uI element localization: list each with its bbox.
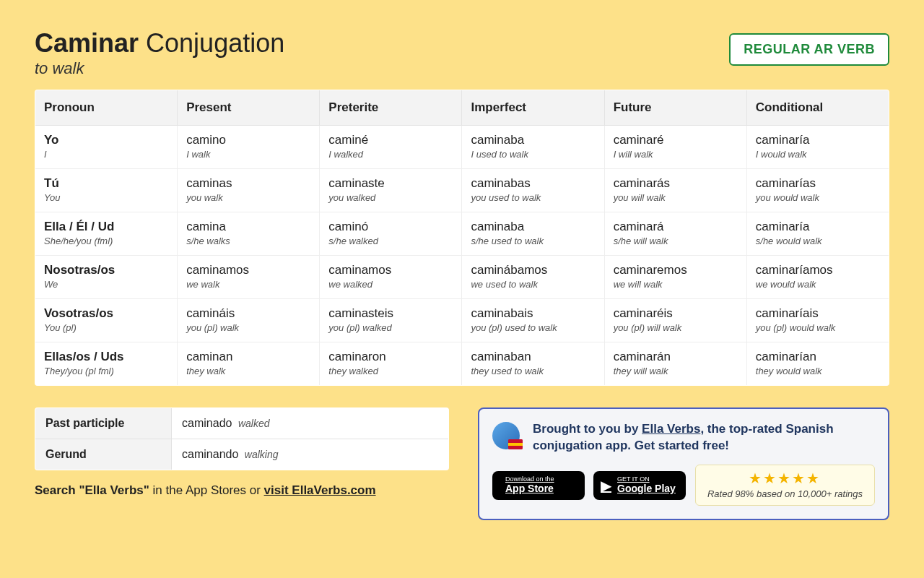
globe-icon xyxy=(492,420,523,451)
table-row: TúYoucaminasyou walkcaminasteyou walkedc… xyxy=(35,168,889,212)
pronoun-cell: TúYou xyxy=(35,168,178,212)
table-row: Ellas/os / UdsThey/you (pl fml)caminanth… xyxy=(35,342,889,385)
conjugation-cell: caminoI walk xyxy=(178,125,320,168)
play-big: Google Play xyxy=(617,483,676,494)
column-header: Present xyxy=(178,90,320,125)
conjugation-cell: caminarías/he would walk xyxy=(746,212,889,255)
conjugation-cell: caminamoswe walked xyxy=(320,255,462,298)
pronoun-cell: YoI xyxy=(35,125,178,168)
conjugation-cell: caminarás/he will walk xyxy=(604,212,746,255)
conjugation-cell: caminaríasyou would walk xyxy=(746,168,889,212)
verb-type-badge: REGULAR AR VERB xyxy=(729,33,889,66)
conjugation-cell: caminabasyou used to walk xyxy=(462,168,604,212)
app-store-button[interactable]: Download on the App Store xyxy=(492,471,585,500)
conjugation-cell: caminas/he walks xyxy=(178,212,320,255)
conjugation-cell: caminaríaI would walk xyxy=(746,125,889,168)
promo-bottom: Download on the App Store ▶ GET IT ON Go… xyxy=(492,465,875,506)
promo-text: Brought to you by Ella Verbs, the top-ra… xyxy=(533,420,875,455)
pronoun-cell: Ella / Él / UdShe/he/you (fml) xyxy=(35,212,178,255)
past-participle-sp: caminado xyxy=(182,417,232,429)
bottom-row: Past participle caminado walked Gerund c… xyxy=(35,407,889,521)
search-line: Search "Ella Verbs" in the App Stores or… xyxy=(35,483,449,498)
participle-table: Past participle caminado walked Gerund c… xyxy=(35,407,449,470)
appstore-small: Download on the xyxy=(505,475,554,483)
conjugation-cell: caminarásyou will walk xyxy=(604,168,746,212)
appstore-big: App Store xyxy=(505,483,554,494)
conjugation-cell: caminaríamoswe would walk xyxy=(746,255,889,298)
conjugation-cell: caminasyou walk xyxy=(178,168,320,212)
visit-link[interactable]: visit EllaVerbs.com xyxy=(264,483,376,497)
conjugation-cell: caminasteisyou (pl) walked xyxy=(320,298,462,342)
conjugation-cell: caminanthey walk xyxy=(178,342,320,385)
pronoun-cell: Vosotras/osYou (pl) xyxy=(35,298,178,342)
conjugation-cell: caminamoswe walk xyxy=(178,255,320,298)
column-header: Pronoun xyxy=(35,90,178,125)
table-row: Vosotras/osYou (pl)camináisyou (pl) walk… xyxy=(35,298,889,342)
conjugation-cell: caminasteyou walked xyxy=(320,168,462,212)
left-column: Past participle caminado walked Gerund c… xyxy=(35,407,449,521)
gerund-label: Gerund xyxy=(35,439,172,470)
rating-text: Rated 98% based on 10,000+ ratings xyxy=(707,488,863,499)
ella-verbs-link[interactable]: Ella Verbs xyxy=(642,422,700,436)
gerund-sp: caminando xyxy=(182,448,238,460)
google-play-button[interactable]: ▶ GET IT ON Google Play xyxy=(593,471,686,500)
conjugation-cell: caminaréisyou (pl) will walk xyxy=(604,298,746,342)
promo-prefix: Brought to you by xyxy=(533,422,642,436)
conjugation-cell: caminabanthey used to walk xyxy=(462,342,604,385)
play-icon: ▶ xyxy=(601,478,611,493)
promo-box: Brought to you by Ella Verbs, the top-ra… xyxy=(478,407,889,521)
table-row: Nosotras/osWecaminamoswe walkcaminamoswe… xyxy=(35,255,889,298)
conjugation-cell: caminaronthey walked xyxy=(320,342,462,385)
conjugation-cell: caminaríanthey would walk xyxy=(746,342,889,385)
conjugation-cell: caminós/he walked xyxy=(320,212,462,255)
table-row: YoIcaminoI walkcaminéI walkedcaminabaI u… xyxy=(35,125,889,168)
page-title: Caminar Conjugation xyxy=(35,29,284,58)
verb-name: Caminar xyxy=(35,28,139,58)
column-header: Preterite xyxy=(320,90,462,125)
conjugation-cell: caminabaI used to walk xyxy=(462,125,604,168)
rating-box: ★★★★★ Rated 98% based on 10,000+ ratings xyxy=(695,465,875,506)
conjugation-cell: caminaríaisyou (pl) would walk xyxy=(746,298,889,342)
column-header: Future xyxy=(604,90,746,125)
verb-translation: to walk xyxy=(35,59,284,78)
past-participle-en: walked xyxy=(238,418,270,429)
gerund-en: walking xyxy=(245,449,279,460)
column-header: Imperfect xyxy=(462,90,604,125)
play-small: GET IT ON xyxy=(617,475,650,483)
conjugation-cell: caminéI walked xyxy=(320,125,462,168)
conjugation-cell: caminaremoswe will walk xyxy=(604,255,746,298)
title-suffix: Conjugation xyxy=(146,28,284,58)
search-middle: in the App Stores or xyxy=(149,483,264,497)
conjugation-cell: caminabas/he used to walk xyxy=(462,212,604,255)
conjugation-table: PronounPresentPreteriteImperfectFutureCo… xyxy=(35,90,889,386)
table-row: Ella / Él / UdShe/he/you (fml)caminas/he… xyxy=(35,212,889,255)
conjugation-cell: camináisyou (pl) walk xyxy=(178,298,320,342)
promo-top: Brought to you by Ella Verbs, the top-ra… xyxy=(492,420,875,455)
pronoun-cell: Nosotras/osWe xyxy=(35,255,178,298)
past-participle-value: caminado walked xyxy=(172,407,449,439)
past-participle-label: Past participle xyxy=(35,407,172,439)
conjugation-cell: caminaréI will walk xyxy=(604,125,746,168)
pronoun-cell: Ellas/os / UdsThey/you (pl fml) xyxy=(35,342,178,385)
gerund-value: caminando walking xyxy=(172,439,449,470)
conjugation-cell: caminaránthey will walk xyxy=(604,342,746,385)
column-header: Conditional xyxy=(746,90,889,125)
star-icons: ★★★★★ xyxy=(707,470,863,487)
title-block: Caminar Conjugation to walk xyxy=(35,29,284,78)
conjugation-cell: caminabaisyou (pl) used to walk xyxy=(462,298,604,342)
conjugation-cell: caminábamoswe used to walk xyxy=(462,255,604,298)
header: Caminar Conjugation to walk REGULAR AR V… xyxy=(35,29,889,78)
search-prefix: Search "Ella Verbs" xyxy=(35,483,149,497)
